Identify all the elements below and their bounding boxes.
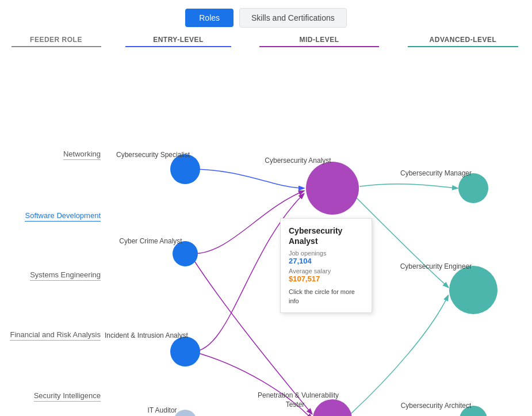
feeder-security-intel[interactable]: Security Intelligence [0,391,106,400]
arrows-svg [0,48,532,416]
feeder-networking[interactable]: Networking [0,150,106,158]
tooltip-info: Click the circle for more info [289,288,363,306]
roles-button[interactable]: Roles [185,9,234,27]
feeder-software-dev[interactable]: Software Development [0,211,106,220]
tooltip-avg-salary-label: Average salary [289,268,363,274]
label-cybersecurity-specialist: Cybersecurity Specialist [116,151,185,160]
columns-header: FEEDER ROLE ENTRY-LEVEL MID-LEVEL ADVANC… [0,36,532,47]
tooltip-title: Cybersecurity Analyst [289,226,363,246]
label-cybersecurity-architect: Cybersecurity Architect [399,402,473,411]
label-incident-intrusion: Incident & Intrusion Analyst [105,331,185,341]
col-entry-header: ENTRY-LEVEL [112,36,244,47]
label-penetration-tester: Penetration & VulnerabilityTester [258,391,332,409]
node-cybersecurity-engineer[interactable] [449,266,497,314]
col-feeder-header: FEEDER ROLE [0,36,112,47]
label-cyber-crime-analyst: Cyber Crime Analyst [116,237,185,246]
label-cybersecurity-manager: Cybersecurity Manager [399,169,473,178]
label-cybersecurity-analyst: Cybersecurity Analyst [263,157,332,166]
tooltip-job-openings-value: 27,104 [289,257,363,265]
skills-certifications-button[interactable]: Skills and Certifications [239,8,347,28]
header: Roles Skills and Certifications [0,0,532,33]
feeder-financial[interactable]: Financial and Risk Analysis [0,330,106,339]
feeder-systems-eng[interactable]: Systems Engineering [0,270,106,279]
col-advanced-header: ADVANCED-LEVEL [394,36,532,47]
diagram: Networking Software Development Systems … [0,48,532,416]
tooltip-cybersecurity-analyst: Cybersecurity Analyst Job openings 27,10… [280,218,372,313]
tooltip-job-openings-label: Job openings [289,250,363,257]
label-it-auditor: IT Auditor [139,406,185,415]
node-incident-intrusion[interactable] [170,337,200,367]
tooltip-avg-salary-value: $107,517 [289,274,363,283]
label-cybersecurity-engineer: Cybersecurity Engineer [399,262,473,272]
col-mid-header: MID-LEVEL [244,36,394,47]
node-cybersecurity-analyst[interactable] [306,162,359,215]
